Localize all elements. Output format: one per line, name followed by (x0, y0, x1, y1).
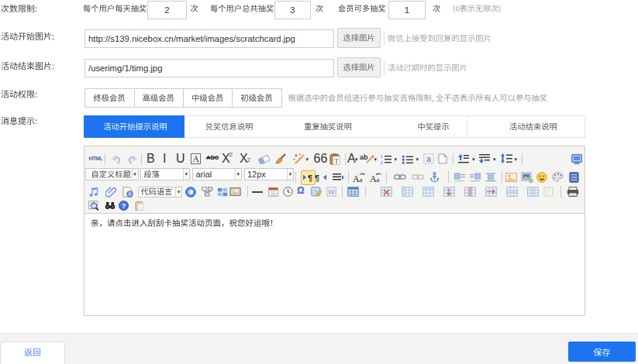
svg-text:T: T (334, 156, 339, 164)
svg-text:?: ? (122, 202, 126, 210)
svg-text:a: a (376, 176, 379, 183)
svg-text:¶: ¶ (315, 173, 319, 182)
svg-text:A: A (192, 153, 199, 164)
svg-text:2: 2 (381, 160, 383, 164)
svg-text:W: W (328, 188, 335, 196)
svg-text:1: 1 (381, 154, 383, 159)
svg-text:¶: ¶ (308, 173, 312, 182)
svg-text:a: a (426, 155, 431, 163)
svg-text:a: a (360, 176, 363, 183)
